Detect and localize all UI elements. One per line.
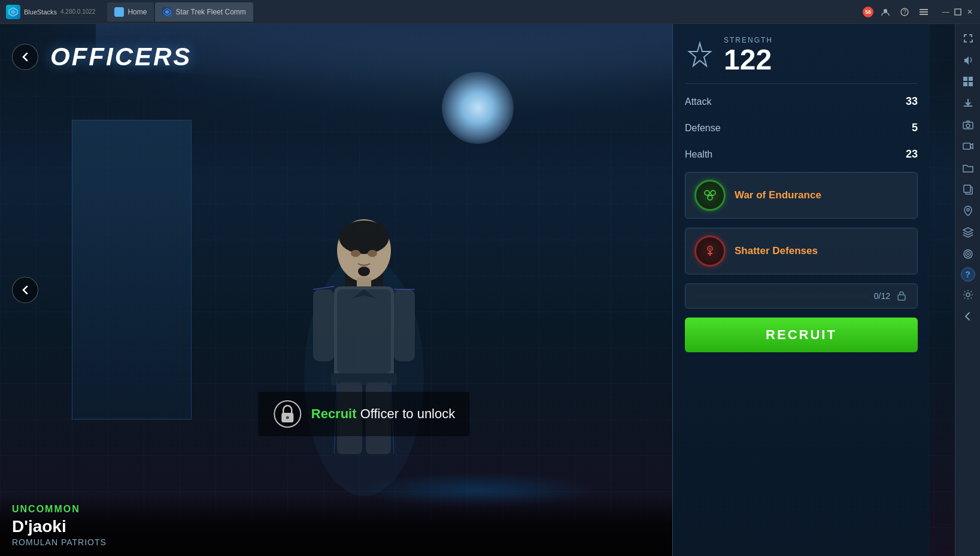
game-area: OFFICERS 3,490 71 + (0, 24, 955, 556)
svg-point-23 (967, 253, 969, 255)
ability-1-icon (694, 180, 726, 211)
svg-point-32 (339, 220, 389, 254)
ability-2-icon (694, 235, 726, 267)
strength-value: 122 (724, 46, 773, 74)
game-tab[interactable]: Star Trek Fleet Comm (155, 2, 253, 22)
svg-rect-14 (969, 82, 973, 86)
officer-faction: ROMULAN PATRIOTS (12, 537, 715, 547)
recruit-button[interactable]: RECRUIT (685, 318, 918, 352)
sidebar-folder-icon[interactable] (960, 159, 976, 176)
sidebar-download-icon[interactable] (960, 95, 976, 111)
svg-rect-8 (920, 11, 928, 13)
sidebar-copy-icon[interactable] (960, 181, 976, 198)
strength-star-icon (685, 40, 715, 70)
recruit-green: Recruit (311, 406, 357, 421)
help-icon[interactable]: ? (897, 5, 912, 19)
sidebar-back-icon[interactable] (960, 308, 976, 325)
menu-icon[interactable] (917, 5, 931, 19)
strength-section: STRENGTH 122 (685, 36, 918, 84)
sidebar-signal-icon[interactable] (960, 246, 976, 262)
svg-point-35 (358, 267, 370, 276)
sidebar-location-icon[interactable] (960, 203, 976, 219)
attack-label: Attack (685, 96, 711, 107)
close-btn[interactable]: ✕ (964, 7, 975, 17)
svg-point-49 (705, 191, 709, 195)
officer-name: D'jaoki (12, 517, 715, 536)
stats-panel: STRENGTH 122 Attack 33 Defense 5 Health … (672, 24, 930, 556)
sidebar-fullscreen-icon[interactable] (960, 30, 976, 47)
svg-text:?: ? (903, 9, 907, 16)
svg-point-20 (967, 208, 969, 211)
ability-1-name: War of Endurance (735, 189, 821, 201)
progress-lock-icon (896, 290, 908, 302)
progress-bar (694, 294, 868, 298)
svg-rect-12 (969, 77, 973, 81)
home-tab-icon (114, 7, 124, 17)
nav-left-arrow[interactable] (12, 277, 38, 303)
app-version: 4.280.0.1022 (60, 8, 95, 15)
page-header: OFFICERS (0, 24, 727, 90)
svg-rect-58 (898, 295, 905, 300)
svg-rect-38 (337, 289, 391, 373)
character-svg (280, 197, 448, 508)
svg-marker-3 (165, 10, 169, 14)
sidebar-video-icon[interactable] (960, 138, 976, 155)
health-label: Health (685, 149, 712, 160)
svg-point-24 (966, 293, 970, 297)
tab-area: Home Star Trek Fleet Comm (107, 2, 253, 22)
svg-rect-9 (920, 14, 928, 15)
window-controls: — ✕ (940, 7, 975, 17)
svg-rect-44 (394, 289, 415, 361)
home-tab-label: Home (128, 8, 147, 16)
character-area: Recruit Officer to unlock (0, 48, 727, 556)
svg-point-4 (884, 9, 887, 13)
svg-point-57 (709, 247, 711, 250)
ability-2-name: Shatter Defenses (735, 245, 818, 257)
svg-point-33 (351, 250, 360, 257)
svg-point-50 (711, 191, 715, 195)
svg-marker-48 (689, 43, 711, 66)
svg-point-47 (286, 416, 289, 419)
progress-section: 0/12 (685, 283, 918, 309)
minimize-btn[interactable]: — (940, 7, 951, 17)
ability-card-2[interactable]: Shatter Defenses (685, 228, 918, 274)
lock-icon (272, 399, 302, 429)
titlebar: BlueStacks 4.280.0.1022 Home Star Trek F… (0, 0, 980, 24)
sidebar-layers-icon[interactable] (960, 224, 976, 241)
svg-rect-43 (313, 289, 334, 361)
sidebar-question-icon[interactable]: ? (961, 267, 975, 282)
maximize-btn[interactable] (952, 7, 963, 17)
officer-name-bar: UNCOMMON D'jaoki ROMULAN PATRIOTS i (0, 495, 727, 556)
health-value: 23 (906, 148, 918, 161)
bluestacks-logo: BlueStacks 4.280.0.1022 (0, 5, 101, 19)
svg-point-51 (708, 195, 712, 200)
strength-info: STRENGTH 122 (724, 36, 773, 74)
app-name: BlueStacks (24, 8, 57, 16)
defense-row: Defense 5 (685, 119, 918, 137)
notification-badge[interactable]: 56 (863, 7, 873, 17)
sidebar-settings-icon[interactable] (960, 286, 976, 303)
svg-point-16 (966, 124, 970, 128)
defense-value: 5 (912, 122, 918, 134)
right-sidebar: ? (955, 24, 980, 556)
defense-label: Defense (685, 123, 721, 134)
game-tab-icon (162, 7, 172, 17)
home-tab[interactable]: Home (107, 2, 154, 22)
attack-value: 33 (906, 95, 918, 108)
game-tab-label: Star Trek Fleet Comm (175, 8, 245, 16)
svg-point-34 (368, 250, 377, 257)
ability-card-1[interactable]: War of Endurance (685, 172, 918, 219)
health-row: Health 23 (685, 146, 918, 163)
strength-label: STRENGTH (724, 36, 773, 44)
svg-marker-1 (11, 10, 16, 14)
account-icon[interactable] (878, 5, 893, 19)
sidebar-camera-icon[interactable] (960, 116, 976, 133)
svg-rect-7 (920, 9, 928, 10)
recruit-white: Officer to unlock (360, 406, 456, 421)
svg-rect-11 (963, 77, 967, 81)
recruit-overlay: Recruit Officer to unlock (258, 392, 469, 436)
sidebar-volume-icon[interactable] (960, 52, 976, 68)
back-button[interactable] (12, 44, 38, 70)
sidebar-grid-icon[interactable] (960, 73, 976, 90)
svg-rect-10 (955, 9, 961, 15)
